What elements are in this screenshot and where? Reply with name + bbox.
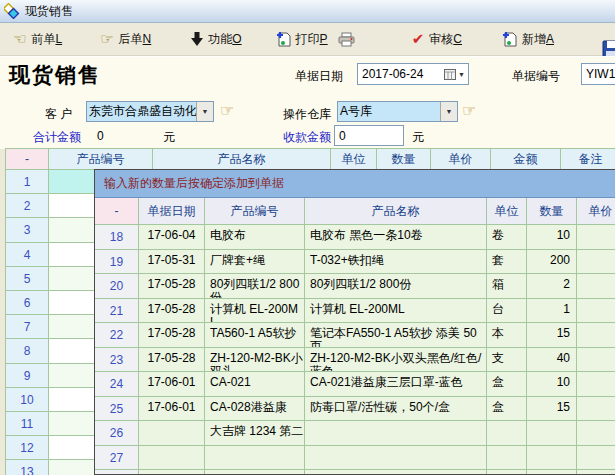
row-number-cell[interactable]: 8: [6, 339, 49, 363]
product-name-cell[interactable]: [305, 470, 487, 475]
row-number-cell[interactable]: 22: [95, 323, 139, 348]
product-code-cell[interactable]: 厂牌套+绳: [205, 250, 305, 275]
row-number-cell[interactable]: 1: [6, 170, 49, 194]
lookup-row[interactable]: 2217-05-28TA560-1 A5软抄笔记本FA550-1 A5软抄 添美…: [95, 323, 615, 348]
unit-cell[interactable]: 台: [487, 299, 527, 324]
row-number-cell[interactable]: 4: [6, 243, 49, 267]
unit-price-cell[interactable]: [577, 372, 615, 397]
row-number-cell[interactable]: 26: [95, 421, 139, 446]
unit-price-cell[interactable]: [577, 446, 615, 471]
audit-button[interactable]: ✔ 审核C: [407, 27, 467, 52]
unit-price-cell[interactable]: [577, 397, 615, 422]
lookup-row[interactable]: 27: [95, 446, 615, 471]
print-button[interactable]: 打印P: [271, 27, 333, 52]
row-number-cell[interactable]: 13: [6, 460, 49, 475]
function-menu-button[interactable]: 功能O: [186, 27, 246, 52]
quantity-cell[interactable]: 2: [527, 274, 577, 299]
product-code-cell[interactable]: TA560-1 A5软抄: [205, 323, 305, 348]
row-number-cell[interactable]: 23: [95, 348, 139, 373]
doc-date-cell[interactable]: 17-06-01: [139, 372, 205, 397]
unit-cell[interactable]: [487, 446, 527, 471]
unit-cell[interactable]: 本: [487, 323, 527, 348]
quantity-cell[interactable]: 15: [527, 397, 577, 422]
save-button[interactable]: [583, 35, 615, 43]
doc-date-cell[interactable]: 17-06-01: [139, 397, 205, 422]
doc-date-cell[interactable]: 17-05-28: [139, 348, 205, 373]
doc-date-field[interactable]: 2017-06-24 ▼: [357, 63, 469, 85]
warehouse-combobox[interactable]: A号库 ▼: [337, 101, 458, 122]
product-name-cell[interactable]: 80列四联1/2 800份: [305, 274, 487, 299]
doc-date-cell[interactable]: 17-06-04: [139, 225, 205, 250]
unit-cell[interactable]: 盒: [487, 372, 527, 397]
doc-date-cell[interactable]: [139, 470, 205, 475]
unit-cell[interactable]: [487, 470, 527, 475]
unit-cell[interactable]: 箱: [487, 274, 527, 299]
doc-date-cell[interactable]: 17-05-28: [139, 323, 205, 348]
row-number-cell[interactable]: 5: [6, 267, 49, 291]
product-code-cell[interactable]: 电胶布: [205, 225, 305, 250]
lookup-row[interactable]: 2317-05-28ZH-120-M2-BK小双头ZH-120-M2-BK小双头…: [95, 348, 615, 373]
add-new-button[interactable]: 新增A: [497, 27, 559, 52]
unit-price-cell[interactable]: [577, 225, 615, 250]
lookup-row[interactable]: 1917-05-31厂牌套+绳T-032+铁扣绳套200: [95, 250, 615, 275]
calendar-dropdown-button[interactable]: ▼: [444, 69, 468, 80]
warehouse-lookup-icon[interactable]: ☞: [462, 103, 476, 119]
printer-button[interactable]: [333, 28, 360, 51]
doc-date-cell[interactable]: 17-05-28: [139, 274, 205, 299]
row-number-cell[interactable]: 24: [95, 372, 139, 397]
product-code-cell[interactable]: CA-028港益康: [205, 397, 305, 422]
doc-date-cell[interactable]: 17-05-28: [139, 299, 205, 324]
unit-price-cell[interactable]: [577, 274, 615, 299]
quantity-cell[interactable]: [527, 446, 577, 471]
row-number-cell[interactable]: 21: [95, 299, 139, 324]
product-name-cell[interactable]: 电胶布 黑色一条10卷: [305, 225, 487, 250]
unit-price-cell[interactable]: [577, 250, 615, 275]
row-number-cell[interactable]: 9: [6, 364, 49, 388]
unit-cell[interactable]: 盒: [487, 397, 527, 422]
quantity-cell[interactable]: 1: [527, 299, 577, 324]
product-name-cell[interactable]: 笔记本FA550-1 A5软抄 添美 50页: [305, 323, 487, 348]
quantity-cell[interactable]: 200: [527, 250, 577, 275]
product-name-cell[interactable]: CA-021港益康三层口罩-蓝色: [305, 372, 487, 397]
unit-price-cell[interactable]: [577, 323, 615, 348]
row-number-cell[interactable]: 19: [95, 250, 139, 275]
unit-cell[interactable]: 支: [487, 348, 527, 373]
product-name-cell[interactable]: ZH-120-M2-BK小双头黑色/红色/蓝色: [305, 348, 487, 373]
product-code-cell[interactable]: 大吉牌 1234 第二: [205, 421, 305, 446]
unit-cell[interactable]: 卷: [487, 225, 527, 250]
product-name-cell[interactable]: 防毒口罩/活性碳，50个/盒: [305, 397, 487, 422]
quantity-cell[interactable]: 40: [527, 348, 577, 373]
customer-combobox[interactable]: 东莞市合鼎盛自动化设 ▼: [86, 101, 214, 122]
product-name-cell[interactable]: 计算机 EL-200ML: [305, 299, 487, 324]
unit-price-cell[interactable]: [577, 470, 615, 475]
row-number-cell[interactable]: 25: [95, 397, 139, 422]
quantity-cell[interactable]: [527, 421, 577, 446]
row-number-cell[interactable]: 10: [6, 388, 49, 412]
doc-date-cell[interactable]: [139, 446, 205, 471]
lookup-row[interactable]: 26大吉牌 1234 第二: [95, 421, 615, 446]
row-number-cell[interactable]: 6: [6, 291, 49, 315]
product-code-cell[interactable]: ZH-120-M2-BK小双头: [205, 348, 305, 373]
lookup-row[interactable]: 2117-05-28计算机 EL-200ML计算机 EL-200ML台1: [95, 299, 615, 324]
row-number-cell[interactable]: 11: [6, 412, 49, 436]
customer-dropdown-arrow[interactable]: ▼: [196, 102, 213, 121]
product-name-cell[interactable]: T-032+铁扣绳: [305, 250, 487, 275]
row-number-cell[interactable]: 12: [6, 436, 49, 460]
row-number-cell[interactable]: 18: [95, 225, 139, 250]
lookup-row[interactable]: 2517-06-01CA-028港益康防毒口罩/活性碳，50个/盒盒15: [95, 397, 615, 422]
lookup-row[interactable]: 1817-06-04电胶布电胶布 黑色一条10卷卷10: [95, 225, 615, 250]
product-name-cell[interactable]: [305, 446, 487, 471]
lookup-row[interactable]: 2417-06-01CA-021CA-021港益康三层口罩-蓝色盒10: [95, 372, 615, 397]
unit-price-cell[interactable]: [577, 348, 615, 373]
lookup-row[interactable]: 2017-05-2880列四联1/2 800份80列四联1/2 800份箱2: [95, 274, 615, 299]
quantity-cell[interactable]: 10: [527, 225, 577, 250]
lookup-row[interactable]: [95, 470, 615, 475]
product-code-cell[interactable]: [205, 446, 305, 471]
prev-doc-button[interactable]: ☜ 前单L: [8, 27, 67, 52]
row-number-cell[interactable]: 3: [6, 218, 49, 242]
doc-date-cell[interactable]: 17-05-31: [139, 250, 205, 275]
row-number-cell[interactable]: 7: [6, 315, 49, 339]
product-code-cell[interactable]: CA-021: [205, 372, 305, 397]
row-number-cell[interactable]: 2: [6, 194, 49, 218]
product-code-cell[interactable]: 80列四联1/2 800份: [205, 274, 305, 299]
